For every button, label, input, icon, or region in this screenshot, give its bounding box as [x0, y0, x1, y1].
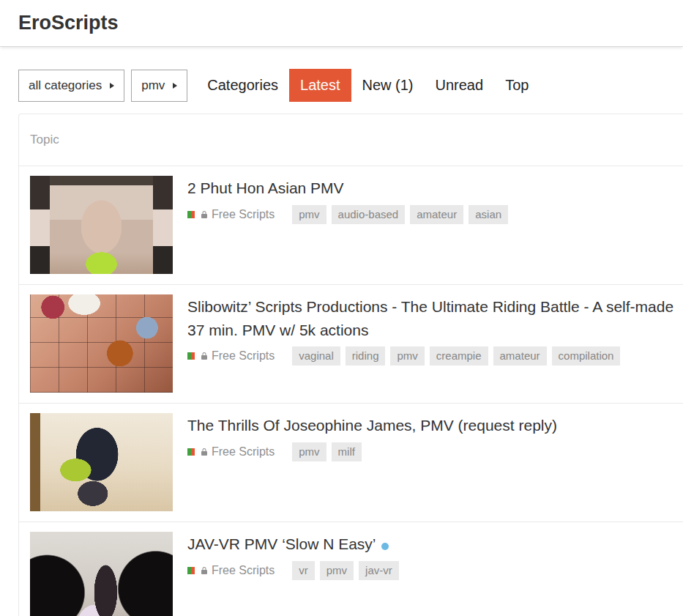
category-badge-link[interactable]: Free Scripts: [187, 445, 275, 459]
unread-indicator-dot[interactable]: [381, 543, 389, 550]
tag-pmv[interactable]: pmv: [292, 205, 326, 224]
topic-title-link[interactable]: The Thrills Of Joseophine James, PMV (re…: [187, 417, 557, 434]
topic-row: 2 Phut Hon Asian PMV Free Scripts pmvaud…: [19, 166, 683, 285]
category-badge-link[interactable]: Free Scripts: [187, 208, 275, 221]
tag-list: pmvmilf: [292, 442, 362, 461]
nav-pills: CategoriesLatestNew (1)UnreadTop: [196, 69, 540, 102]
tag-vaginal[interactable]: vaginal: [292, 346, 340, 365]
topic-meta-line: Free Scripts vrpmvjav-vr: [187, 561, 676, 580]
topic-meta-line: Free Scripts vaginalridingpmvcreampieama…: [187, 346, 676, 365]
topic-main: Slibowitz’ Scripts Productions - The Ult…: [187, 294, 676, 393]
category-color-icon: [187, 448, 195, 456]
lock-icon: [200, 448, 209, 456]
topic-meta-line: Free Scripts pmvmilf: [187, 442, 676, 461]
lock-icon: [200, 566, 209, 575]
topic-title-line: Slibowitz’ Scripts Productions - The Ult…: [187, 295, 676, 341]
topic-main: 2 Phut Hon Asian PMV Free Scripts pmvaud…: [187, 176, 676, 274]
tag-asian[interactable]: asian: [469, 205, 508, 224]
category-color-icon: [187, 211, 195, 218]
tag-milf[interactable]: milf: [332, 442, 362, 461]
tag-filter-label: pmv: [141, 78, 165, 93]
topic-row: Slibowitz’ Scripts Productions - The Ult…: [19, 285, 683, 404]
topic-list-controls: all categories pmv CategoriesLatestNew (…: [18, 69, 683, 102]
topic-row: JAV-VR PMV ‘Slow N Easy’ Free Scripts vr…: [19, 522, 683, 616]
tag-compilation[interactable]: compilation: [552, 346, 621, 365]
topic-thumbnail[interactable]: [30, 294, 173, 393]
caret-right-icon: [110, 83, 114, 89]
nav-item-top[interactable]: Top: [494, 69, 540, 102]
category-name: Free Scripts: [212, 208, 275, 221]
category-color-icon: [187, 567, 195, 574]
topic-title-link[interactable]: JAV-VR PMV ‘Slow N Easy’: [187, 535, 376, 552]
tag-list: vrpmvjav-vr: [292, 561, 399, 580]
category-filter-dropdown[interactable]: all categories: [18, 70, 124, 102]
tag-riding[interactable]: riding: [346, 346, 386, 365]
topic-column-header-label: Topic: [30, 133, 59, 147]
topic-title-line: JAV-VR PMV ‘Slow N Easy’: [187, 532, 676, 556]
tag-vr[interactable]: vr: [292, 561, 315, 580]
tag-audio-based[interactable]: audio-based: [332, 205, 406, 224]
category-color-icon: [187, 352, 195, 360]
caret-right-icon: [173, 83, 177, 89]
topic-thumbnail[interactable]: [30, 532, 173, 616]
topic-title-line: The Thrills Of Joseophine James, PMV (re…: [187, 414, 676, 437]
category-badge-link[interactable]: Free Scripts: [187, 349, 275, 363]
lock-icon: [200, 352, 209, 360]
tag-list: pmvaudio-basedamateurasian: [292, 205, 508, 224]
category-name: Free Scripts: [212, 349, 275, 363]
topic-thumbnail[interactable]: [30, 176, 173, 274]
site-header: EroScripts: [0, 0, 683, 47]
tag-list: vaginalridingpmvcreampieamateurcompilati…: [292, 346, 620, 365]
category-filter-label: all categories: [29, 78, 102, 93]
category-name: Free Scripts: [212, 445, 275, 459]
tag-pmv[interactable]: pmv: [292, 442, 326, 461]
topic-thumbnail[interactable]: [30, 413, 173, 511]
nav-item-new-1[interactable]: New (1): [351, 69, 425, 102]
topic-column-header: Topic: [19, 114, 683, 166]
category-name: Free Scripts: [212, 564, 275, 577]
tag-amateur[interactable]: amateur: [493, 346, 547, 365]
topic-meta-line: Free Scripts pmvaudio-basedamateurasian: [187, 205, 676, 224]
topic-row: The Thrills Of Joseophine James, PMV (re…: [19, 404, 683, 522]
topic-title-link[interactable]: 2 Phut Hon Asian PMV: [187, 179, 344, 196]
tag-pmv[interactable]: pmv: [390, 346, 424, 365]
topic-title-link[interactable]: Slibowitz’ Scripts Productions - The Ult…: [187, 298, 673, 338]
nav-item-categories[interactable]: Categories: [196, 69, 289, 102]
tag-creampie[interactable]: creampie: [430, 346, 488, 365]
nav-item-unread[interactable]: Unread: [425, 69, 495, 102]
tag-amateur[interactable]: amateur: [410, 205, 463, 224]
tag-filter-dropdown[interactable]: pmv: [131, 70, 187, 102]
category-badge-link[interactable]: Free Scripts: [187, 564, 275, 577]
topic-title-line: 2 Phut Hon Asian PMV: [187, 177, 676, 200]
topic-main: The Thrills Of Joseophine James, PMV (re…: [187, 413, 676, 511]
site-title[interactable]: EroScripts: [18, 12, 119, 34]
tag-pmv[interactable]: pmv: [320, 561, 354, 580]
lock-icon: [200, 210, 209, 219]
topic-rows: 2 Phut Hon Asian PMV Free Scripts pmvaud…: [19, 166, 683, 616]
topic-list: Topic 2 Phut Hon Asian PMV Free Scripts …: [18, 114, 683, 616]
nav-item-latest[interactable]: Latest: [289, 69, 351, 102]
topic-main: JAV-VR PMV ‘Slow N Easy’ Free Scripts vr…: [187, 532, 676, 616]
tag-jav-vr[interactable]: jav-vr: [359, 561, 399, 580]
